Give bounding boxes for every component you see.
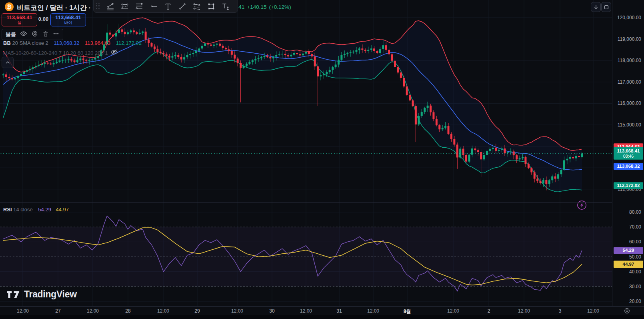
restore-pane-button[interactable] <box>601 2 611 12</box>
sell-price: 113,668.41 <box>6 15 32 20</box>
time-axis[interactable]: 12:002712:002812:002912:003012:003112:00… <box>0 306 644 315</box>
last-price-change: 8.41+140.15(+0.12%) <box>234 4 291 10</box>
drawing-toolbar[interactable] <box>93 0 238 13</box>
rsi-tick: 40.00 <box>629 269 641 275</box>
time-label: 12:00 <box>231 308 243 314</box>
pane-separator[interactable] <box>0 202 644 203</box>
ma-legend[interactable]: MA5-10-20-60-120-240 7 10 20 60 120 200 … <box>3 48 118 57</box>
bitcoin-logo-icon: ₿ <box>5 2 14 11</box>
tradingview-logo-icon <box>6 290 20 299</box>
lightning-icon[interactable] <box>576 200 587 212</box>
rsi-tick: 80.00 <box>629 209 641 215</box>
price-tick: 119,000.00 <box>618 36 641 42</box>
bb-params: 20 SMA close 2 <box>12 40 48 46</box>
rsi-tick: 70.00 <box>629 224 641 230</box>
collapse-legend-button[interactable] <box>2 57 14 68</box>
trend-line-tool-icon[interactable] <box>175 1 190 12</box>
rsi-badge: 44.97 <box>614 261 643 268</box>
fib-retracement-tool-icon[interactable] <box>132 1 146 12</box>
rsi-tick: 50.00 <box>629 254 641 260</box>
spread-value: 0.00 <box>36 16 50 22</box>
scroll-down-button[interactable] <box>591 2 601 12</box>
ma-params: MA5-10-20-60-120-240 7 10 20 60 120 200 … <box>3 50 108 56</box>
bottom-strip <box>0 315 644 319</box>
trash-icon[interactable] <box>42 30 49 39</box>
buy-button[interactable]: 113,668.41 바이 <box>50 13 86 26</box>
price-badge: 113,668.4108:46 <box>614 147 643 160</box>
time-label: 30 <box>269 308 274 314</box>
eye-icon[interactable] <box>20 30 27 39</box>
rsi-legend[interactable]: RSI 14 close 54.29 44.97 <box>3 207 69 213</box>
price-tick: 118,000.00 <box>618 58 641 63</box>
bb-upper-value: 113,964.63 <box>85 40 110 46</box>
rsi-value: 54.29 <box>38 207 51 213</box>
rsi-badge: 54.29 <box>614 247 643 254</box>
time-label: 12:00 <box>587 308 599 314</box>
rsi-tick: 60.00 <box>629 239 641 245</box>
volume-legend[interactable]: 볼륨 <box>2 29 63 40</box>
rectangle-tool-icon[interactable] <box>204 1 218 12</box>
time-label: 12:00 <box>367 308 379 314</box>
settings-icon[interactable] <box>31 30 38 39</box>
time-label: 12:00 <box>157 308 169 314</box>
price-change-pct: (+0.12%) <box>269 4 291 10</box>
tradingview-app: ₿ 비트코인 / 달러 · 1시간 · CRYPT 8.41+140.15(+0… <box>0 0 644 319</box>
buy-label: 바이 <box>64 20 72 25</box>
time-label: 12:00 <box>447 308 459 314</box>
disjoint-channel-tool-icon[interactable] <box>190 1 204 12</box>
time-label: 12:00 <box>17 308 29 314</box>
rsi-params: 14 close <box>13 207 32 213</box>
trend-angle-tool-icon[interactable] <box>103 1 118 12</box>
buy-price: 113,668.41 <box>55 15 81 20</box>
horizontal-ray-tool-icon[interactable] <box>146 1 161 12</box>
rsi-tick: 20.00 <box>629 299 641 304</box>
toolbar-drag-handle-icon[interactable] <box>96 3 102 10</box>
text-tool-icon[interactable] <box>161 1 175 12</box>
price-badge: 113,068.32 <box>614 163 643 170</box>
rsi-name: RSI <box>3 207 12 213</box>
axis-settings-icon[interactable] <box>624 307 630 316</box>
rsi-ma-value: 44.97 <box>56 207 69 213</box>
sell-label: 셀 <box>18 20 22 25</box>
price-change-abs: +140.15 <box>247 4 266 10</box>
bb-basis-value: 113,068.32 <box>54 40 79 46</box>
time-label: 8월 <box>404 308 411 315</box>
sell-button[interactable]: 113,668.41 셀 <box>2 13 37 26</box>
time-label: 27 <box>55 308 60 314</box>
time-label: 2 <box>488 308 490 314</box>
tradingview-watermark: TradingView <box>6 289 77 300</box>
price-tick: 117,000.00 <box>618 79 641 85</box>
bb-name: BB <box>3 40 11 46</box>
time-label: 12:00 <box>518 308 530 314</box>
bb-legend[interactable]: BB 20 SMA close 2 113,068.32 113,964.63 … <box>3 40 142 46</box>
bb-lower-value: 112,172.02 <box>116 40 142 46</box>
more-options-icon[interactable] <box>53 30 59 38</box>
price-badge: 112,172.02 <box>614 182 643 189</box>
rsi-tick: 30.00 <box>629 284 641 289</box>
price-tick: 116,000.00 <box>618 100 641 106</box>
chevron-up-icon <box>5 60 10 65</box>
price-tick: 115,000.00 <box>618 122 641 128</box>
anchored-text-tool-icon[interactable] <box>218 1 233 12</box>
price-axis[interactable]: 120,000.00119,000.00118,000.00117,000.00… <box>612 0 644 306</box>
parallel-channel-tool-icon[interactable] <box>118 1 132 12</box>
time-label: 28 <box>125 308 130 314</box>
time-label: 12:00 <box>300 308 312 314</box>
time-label: 29 <box>194 308 200 314</box>
rsi-band <box>0 227 612 287</box>
price-tick: 120,000.00 <box>617 15 641 20</box>
volume-label: 볼륨 <box>6 31 16 38</box>
bb-lower-line <box>3 52 582 192</box>
tradingview-watermark-text: TradingView <box>24 289 77 300</box>
eye-off-icon[interactable] <box>110 48 118 57</box>
time-label: 12:00 <box>87 308 99 314</box>
time-label: 3 <box>559 308 562 314</box>
time-label: 31 <box>336 308 342 314</box>
